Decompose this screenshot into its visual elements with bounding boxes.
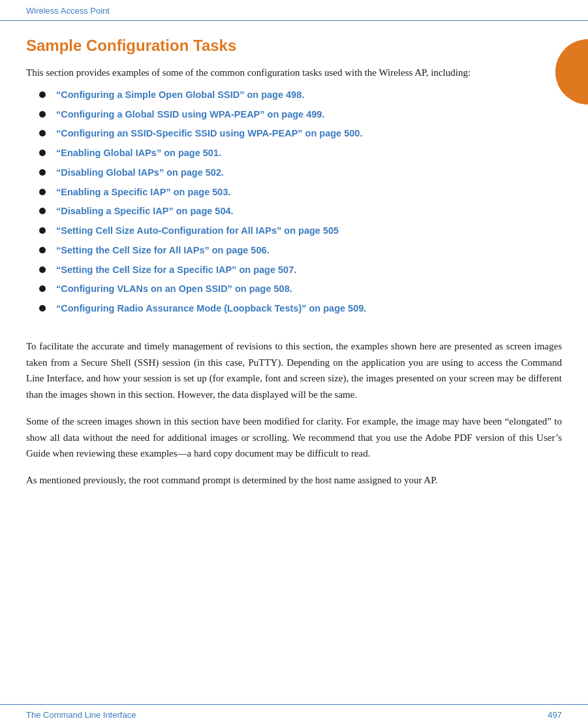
spacer <box>26 327 562 338</box>
bullet-dot <box>39 285 46 292</box>
list-item-link[interactable]: “Configuring an SSID-Specific SSID using… <box>56 127 362 141</box>
list-item: “Configuring Radio Assurance Mode (Loopb… <box>26 302 562 316</box>
bullet-dot <box>39 247 46 253</box>
list-item: “Disabling Global IAPs” on page 502. <box>26 166 562 180</box>
bullet-dot <box>39 130 46 137</box>
list-item-link[interactable]: “Enabling Global IAPs” on page 501. <box>56 146 221 161</box>
list-item: “Configuring VLANs on an Open SSID” on p… <box>26 282 562 297</box>
page-container: Wireless Access Point Sample Configurati… <box>0 0 588 725</box>
list-item-link[interactable]: “Configuring a Simple Open Global SSID” … <box>56 88 304 103</box>
list-item-link[interactable]: “Setting the Cell Size for a Specific IA… <box>56 263 296 278</box>
bullet-dot <box>39 305 46 312</box>
bullet-dot <box>39 227 46 234</box>
main-content: Sample Configuration Tasks This section … <box>0 21 588 512</box>
list-item-link[interactable]: “Configuring a Global SSID using WPA-PEA… <box>56 108 324 122</box>
list-item-link[interactable]: “Enabling a Specific IAP” on page 503. <box>56 185 231 200</box>
list-item-link[interactable]: “Configuring VLANs on an Open SSID” on p… <box>56 282 292 297</box>
list-item: “Setting the Cell Size for All IAPs” on … <box>26 244 562 258</box>
list-item: “Disabling a Specific IAP” on page 504. <box>26 204 562 219</box>
page-footer: The Command Line Interface 497 <box>0 704 588 725</box>
bullet-dot <box>39 111 46 118</box>
bullet-dot <box>39 189 46 195</box>
body-paragraph-1: To facilitate the accurate and timely ma… <box>26 338 562 403</box>
bullet-dot <box>39 150 46 156</box>
bullet-dot <box>39 266 46 273</box>
footer-label: The Command Line Interface <box>26 710 136 720</box>
body-paragraph-3: As mentioned previously, the root comman… <box>26 472 562 489</box>
list-item-link[interactable]: “Setting Cell Size Auto-Configuration fo… <box>56 224 339 238</box>
page-header: Wireless Access Point <box>0 0 588 21</box>
list-item: “Configuring an SSID-Specific SSID using… <box>26 127 562 141</box>
list-item: “Enabling Global IAPs” on page 501. <box>26 146 562 161</box>
list-item: “Configuring a Simple Open Global SSID” … <box>26 88 562 103</box>
body-paragraph-2: Some of the screen images shown in this … <box>26 413 562 462</box>
bullet-dot <box>39 208 46 214</box>
list-item: “Setting Cell Size Auto-Configuration fo… <box>26 224 562 238</box>
list-item-link[interactable]: “Disabling a Specific IAP” on page 504. <box>56 204 234 219</box>
header-title: Wireless Access Point <box>26 6 110 16</box>
page-title: Sample Configuration Tasks <box>26 37 562 56</box>
list-item-link[interactable]: “Setting the Cell Size for All IAPs” on … <box>56 244 270 258</box>
list-item: “Enabling a Specific IAP” on page 503. <box>26 185 562 200</box>
bullet-dot <box>39 91 46 98</box>
list-item-link[interactable]: “Disabling Global IAPs” on page 502. <box>56 166 224 180</box>
footer-page-number: 497 <box>548 710 562 720</box>
list-item-link[interactable]: “Configuring Radio Assurance Mode (Loopb… <box>56 302 366 316</box>
bullet-list: “Configuring a Simple Open Global SSID” … <box>26 88 562 316</box>
intro-paragraph: This section provides examples of some o… <box>26 65 562 80</box>
bullet-dot <box>39 169 46 176</box>
list-item: “Setting the Cell Size for a Specific IA… <box>26 263 562 278</box>
list-item: “Configuring a Global SSID using WPA-PEA… <box>26 108 562 122</box>
